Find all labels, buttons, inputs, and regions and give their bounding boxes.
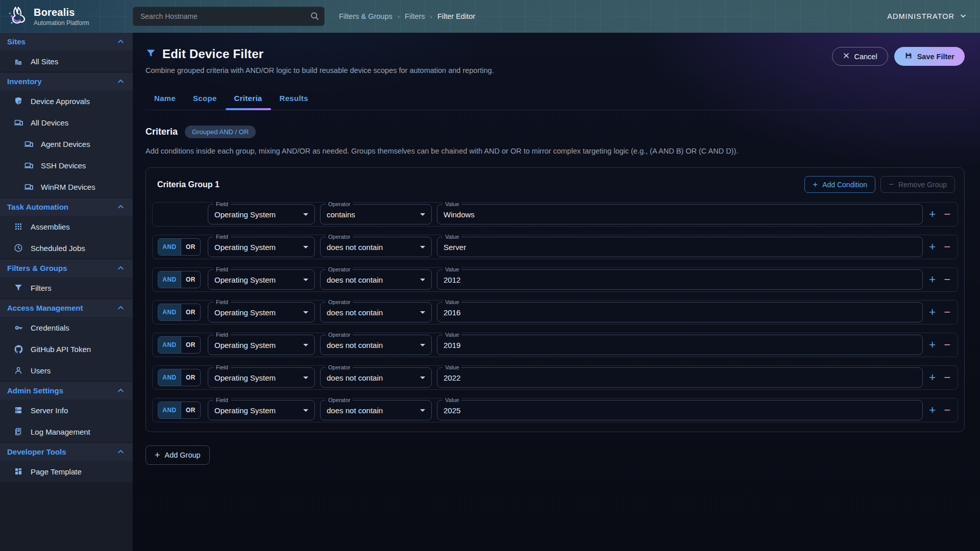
tab-label: Results [280, 94, 308, 103]
value-input[interactable]: Value 2016 [437, 302, 923, 322]
add-group-button[interactable]: + Add Group [145, 445, 210, 465]
or-toggle-button[interactable]: OR [181, 271, 200, 288]
sidebar-item-page-template[interactable]: Page Template [0, 461, 133, 482]
cancel-button[interactable]: Cancel [832, 47, 888, 66]
tab-criteria[interactable]: Criteria [226, 88, 271, 110]
chevron-up-icon [117, 304, 125, 312]
sidebar-item-github-api-token[interactable]: GitHub API Token [0, 338, 133, 360]
search-icon[interactable] [310, 11, 320, 23]
tab-label: Name [154, 94, 176, 103]
breadcrumb-filters-groups[interactable]: Filters & Groups [339, 12, 393, 20]
sidebar-section-header[interactable]: Sites [0, 33, 133, 51]
and-toggle-button[interactable]: AND [158, 337, 181, 353]
sidebar-item-credentials[interactable]: Credentials [0, 317, 133, 338]
add-row-icon[interactable]: + [929, 307, 936, 318]
sidebar-item-label: GitHub API Token [31, 345, 91, 354]
user-icon [13, 365, 23, 375]
and-toggle-button[interactable]: AND [158, 304, 181, 320]
sidebar-item-filters[interactable]: Filters [0, 277, 133, 298]
value-input[interactable]: Value Windows [437, 204, 923, 224]
or-toggle-button[interactable]: OR [181, 239, 200, 255]
breadcrumb-filters[interactable]: Filters [405, 12, 425, 20]
or-toggle-button[interactable]: OR [181, 304, 200, 320]
remove-row-icon[interactable]: − [944, 209, 950, 220]
operator-select[interactable]: Operator does not contain [320, 400, 432, 420]
user-menu[interactable]: ADMINISTRATOR [887, 12, 967, 21]
tab-results[interactable]: Results [271, 88, 317, 110]
or-toggle-button[interactable]: OR [181, 402, 200, 418]
sidebar-section-title: Access Management [7, 304, 83, 312]
field-select[interactable]: Field Operating System [208, 302, 315, 322]
condition-row: AND OR Field Operating System Operator c… [152, 202, 958, 227]
sidebar-item-server-info[interactable]: Server Info [0, 399, 133, 421]
remove-row-icon[interactable]: − [944, 307, 950, 318]
and-toggle-button[interactable]: AND [158, 239, 181, 255]
and-toggle-button[interactable]: AND [158, 369, 181, 386]
add-row-icon[interactable]: + [929, 274, 936, 285]
add-row-icon[interactable]: + [929, 209, 936, 220]
operator-select[interactable]: Operator does not contain [320, 269, 432, 290]
sidebar-section-header[interactable]: Access Management [0, 299, 133, 317]
value-input[interactable]: Value 2025 [437, 400, 923, 420]
chevron-up-icon [117, 203, 125, 211]
add-row-icon[interactable]: + [929, 372, 936, 383]
criteria-description: Add conditions inside each group, mixing… [145, 147, 965, 155]
sidebar-item-users[interactable]: Users [0, 360, 133, 381]
sidebar-section-title: Task Automation [7, 203, 68, 211]
sidebar-item-agent-devices[interactable]: Agent Devices [0, 133, 133, 155]
operator-select[interactable]: Operator does not contain [320, 367, 432, 388]
search-input[interactable] [133, 7, 325, 26]
sidebar-item-assemblies[interactable]: Assemblies [0, 216, 133, 237]
add-row-icon[interactable]: + [929, 241, 936, 253]
add-row-icon[interactable]: + [929, 339, 936, 350]
value-input[interactable]: Value 2019 [437, 335, 923, 355]
field-select-value: Operating System [214, 341, 276, 349]
value-input-value: Windows [444, 210, 475, 219]
remove-row-icon[interactable]: − [944, 372, 950, 383]
tab-scope[interactable]: Scope [184, 88, 226, 110]
field-select[interactable]: Field Operating System [208, 269, 315, 290]
remove-row-icon[interactable]: − [944, 274, 950, 285]
sidebar-item-device-approvals[interactable]: Device Approvals [0, 90, 133, 112]
sidebar-item-log-management[interactable]: Log Management [0, 421, 133, 442]
sidebar-section-header[interactable]: Admin Settings [0, 382, 133, 399]
app-logo[interactable]: Borealis Automation Platform [0, 4, 133, 29]
sidebar-section-header[interactable]: Filters & Groups [0, 259, 133, 277]
sidebar-item-all-devices[interactable]: All Devices [0, 112, 133, 133]
sidebar-item-winrm-devices[interactable]: WinRM Devices [0, 176, 133, 197]
field-select[interactable]: Field Operating System [208, 367, 315, 388]
operator-select[interactable]: Operator does not contain [320, 335, 432, 355]
sidebar-item-scheduled-jobs[interactable]: Scheduled Jobs [0, 237, 133, 259]
condition-row: AND OR Field Operating System Operator d… [152, 235, 958, 259]
remove-row-icon[interactable]: − [944, 241, 950, 253]
or-toggle-button[interactable]: OR [181, 337, 200, 353]
sidebar-item-all-sites[interactable]: All Sites [0, 51, 133, 72]
sidebar-section-header[interactable]: Inventory [0, 72, 133, 90]
or-toggle-button[interactable]: OR [181, 369, 200, 386]
value-input[interactable]: Value 2012 [437, 269, 923, 290]
sidebar-section: Inventory Device Approvals All Devices A… [0, 72, 133, 197]
add-row-icon[interactable]: + [929, 405, 936, 416]
sidebar-section-header[interactable]: Developer Tools [0, 443, 133, 461]
operator-select[interactable]: Operator contains [320, 204, 432, 224]
sidebar-item-ssh-devices[interactable]: SSH Devices [0, 155, 133, 176]
operator-select[interactable]: Operator does not contain [320, 237, 432, 257]
field-select[interactable]: Field Operating System [208, 335, 315, 355]
save-filter-button[interactable]: Save Filter [894, 47, 965, 66]
value-input-value: Server [444, 243, 466, 252]
and-toggle-button[interactable]: AND [158, 271, 181, 288]
value-input[interactable]: Value 2022 [437, 367, 923, 388]
caret-down-icon [420, 409, 425, 412]
value-input[interactable]: Value Server [437, 237, 923, 257]
field-select[interactable]: Field Operating System [208, 400, 315, 420]
sidebar-section-header[interactable]: Task Automation [0, 198, 133, 216]
tab-name[interactable]: Name [145, 88, 184, 110]
field-select[interactable]: Field Operating System [208, 237, 315, 257]
add-condition-button[interactable]: + Add Condition [804, 176, 875, 193]
remove-row-icon[interactable]: − [944, 405, 950, 416]
remove-row-icon[interactable]: − [944, 339, 950, 350]
remove-group-button[interactable]: − Remove Group [880, 176, 955, 193]
field-select[interactable]: Field Operating System [208, 204, 315, 224]
and-toggle-button[interactable]: AND [158, 402, 181, 418]
operator-select[interactable]: Operator does not contain [320, 302, 432, 322]
